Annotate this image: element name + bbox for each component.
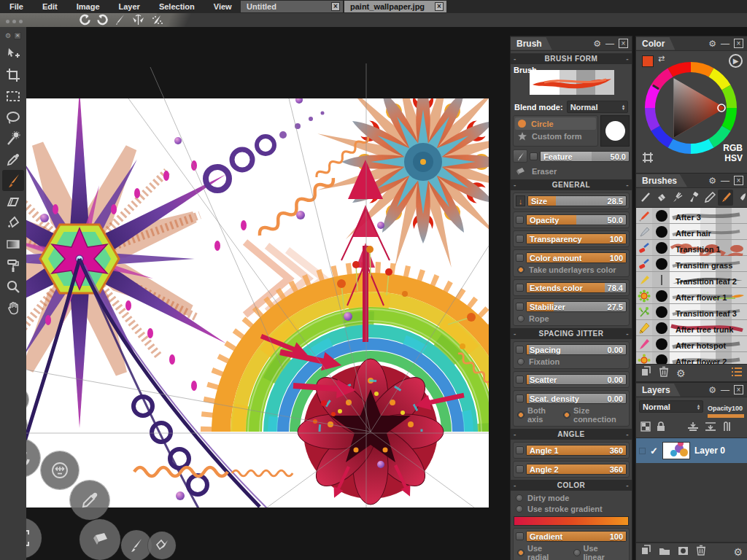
tab-paint-wallpaper[interactable]: paint_wallpaper.jpg × (344, 1, 446, 12)
brush-button[interactable] (121, 530, 152, 560)
brush-form-custom[interactable]: Custom form (515, 130, 596, 142)
tool-options-mini[interactable]: ⚙× (5, 30, 21, 42)
rgb-label[interactable]: RGB (723, 143, 743, 153)
section-angle[interactable]: ANGLE (511, 429, 632, 440)
stroke-gradient-toggle[interactable]: Use stroke gradient (514, 503, 629, 514)
eyedropper-button[interactable] (70, 481, 109, 520)
slider-color-amount[interactable]: Color amount100 (515, 252, 627, 264)
radio-icon[interactable] (517, 411, 525, 419)
slider-spacing[interactable]: Spacing0.00 (515, 343, 627, 356)
brush-tool[interactable] (2, 170, 24, 191)
brush-stroke-icon[interactable] (114, 14, 126, 26)
use-linear-toggle[interactable]: Use linear (584, 544, 622, 560)
rope-toggle[interactable]: Rope (515, 313, 627, 324)
close-icon[interactable]: × (734, 176, 743, 185)
minimize-icon[interactable]: — (721, 176, 729, 185)
slider-angle-1[interactable]: Angle 1360 (515, 444, 627, 456)
zoom-tool[interactable] (2, 276, 24, 297)
brush-item[interactable]: After flower 1 (636, 288, 747, 304)
menu-edit[interactable]: Edit (33, 0, 67, 13)
close-icon[interactable]: × (14, 32, 21, 39)
minimize-icon[interactable]: — (605, 39, 614, 48)
airbrush-icon[interactable] (150, 14, 164, 26)
layer-blend-select[interactable]: Normal ▴▾ (639, 400, 703, 413)
color-panel-tab[interactable]: Color (636, 37, 675, 50)
visibility-check-icon[interactable]: ✓ (650, 446, 658, 456)
slider-scat-density[interactable]: Scat. density0.00 (515, 392, 627, 405)
slider-opacity[interactable]: Opacity50.0 (515, 214, 627, 226)
checkbox[interactable] (516, 235, 524, 243)
brush-item[interactable]: Transition 1 (636, 240, 747, 256)
checkbox[interactable] (516, 284, 524, 292)
canvas-workspace[interactable] (26, 27, 515, 560)
brush-icon[interactable] (513, 149, 527, 163)
lock-transparency-icon[interactable] (640, 421, 651, 435)
size-connection-toggle[interactable]: Size connection (573, 406, 622, 424)
tab-untitled[interactable]: Untitled × (241, 1, 343, 12)
brush-item[interactable]: Transition leaf 3 (636, 304, 747, 320)
category-pen-icon[interactable] (702, 190, 717, 206)
checkbox[interactable] (516, 303, 524, 311)
spinner-icon[interactable]: ▴▾ (622, 104, 624, 110)
slider-size[interactable]: ↓ Size28.5 (515, 195, 627, 207)
toolbar-dots-icon[interactable] (6, 20, 23, 23)
checkbox[interactable] (516, 446, 524, 454)
new-brush-icon[interactable] (640, 366, 651, 380)
brush-panel-tab[interactable]: Brush (511, 37, 552, 50)
checkbox[interactable] (516, 346, 524, 354)
minimize-icon[interactable]: — (721, 39, 729, 48)
eraser-button[interactable] (80, 519, 120, 560)
undo-icon[interactable] (79, 14, 91, 26)
eraser-mode-row[interactable]: Eraser (515, 165, 627, 177)
layers-panel-tab[interactable]: Layers (636, 384, 681, 397)
gear-icon[interactable]: ⚙ (593, 39, 601, 48)
symmetry-brush-icon[interactable] (131, 14, 145, 26)
eyedropper-tool[interactable] (2, 149, 24, 170)
layer-row[interactable]: ✓ Layer 0 (636, 438, 747, 463)
fill-brush-button[interactable] (148, 532, 176, 559)
marquee-select-tool[interactable] (2, 85, 24, 106)
category-knife-icon[interactable] (734, 190, 747, 206)
brush-item[interactable]: After hotspot (636, 336, 747, 352)
brush-item[interactable]: Transition leaf 2 (636, 272, 747, 288)
brush-tip-preview[interactable] (600, 115, 630, 147)
category-fan-brush-icon[interactable] (670, 190, 685, 206)
merge-all-icon[interactable] (705, 421, 716, 435)
close-icon[interactable]: × (619, 39, 628, 48)
blend-mode-select[interactable]: Normal ▴▾ (567, 101, 628, 113)
feature-checkbox[interactable] (530, 152, 538, 160)
gear-icon[interactable]: ⚙ (708, 39, 716, 48)
slider-extends-color[interactable]: Extends color78.4 (515, 281, 627, 294)
radio-icon[interactable] (517, 315, 525, 322)
radio-icon[interactable] (516, 494, 523, 502)
new-folder-icon[interactable] (659, 545, 670, 559)
gear-icon[interactable]: ⚙ (676, 368, 686, 378)
checkbox[interactable] (516, 532, 524, 540)
clipping-icon[interactable] (722, 421, 732, 435)
menu-image[interactable]: Image (67, 0, 109, 13)
magic-wand-tool[interactable] (2, 128, 24, 149)
use-radial-toggle[interactable]: Use radial (527, 544, 566, 560)
slider-angle-2[interactable]: Angle 2360 (515, 463, 627, 475)
brush-item[interactable]: After tree trunk (636, 320, 747, 336)
fill-bucket-tool[interactable] (2, 212, 24, 233)
lock-icon[interactable] (657, 421, 665, 435)
brush-item[interactable]: After 3 (636, 208, 747, 224)
take-underlayers-toggle[interactable]: Take underlayers color (515, 264, 627, 275)
lasso-tool[interactable] (2, 106, 24, 128)
slider-stabilizer[interactable]: Stabilizer27.5 (515, 300, 627, 313)
section-spacing-jitter[interactable]: SPACING JITTER (511, 328, 632, 339)
close-icon[interactable]: × (435, 2, 444, 11)
close-icon[interactable]: × (331, 2, 340, 11)
radio-icon[interactable] (563, 411, 570, 419)
brushes-panel-tab[interactable]: Brushes (636, 174, 687, 187)
brush-item[interactable]: After hair (636, 224, 747, 240)
radio-icon[interactable] (573, 549, 581, 556)
radio-icon[interactable] (517, 358, 525, 365)
brush-item[interactable]: Transitin grass (636, 256, 747, 272)
checkbox[interactable] (516, 394, 524, 402)
both-axis-toggle[interactable]: Both axis (527, 406, 556, 424)
brush-form-circle[interactable]: Circle (515, 117, 596, 130)
layer-thumbnail[interactable] (662, 442, 690, 459)
hsv-label[interactable]: HSV (723, 153, 743, 163)
